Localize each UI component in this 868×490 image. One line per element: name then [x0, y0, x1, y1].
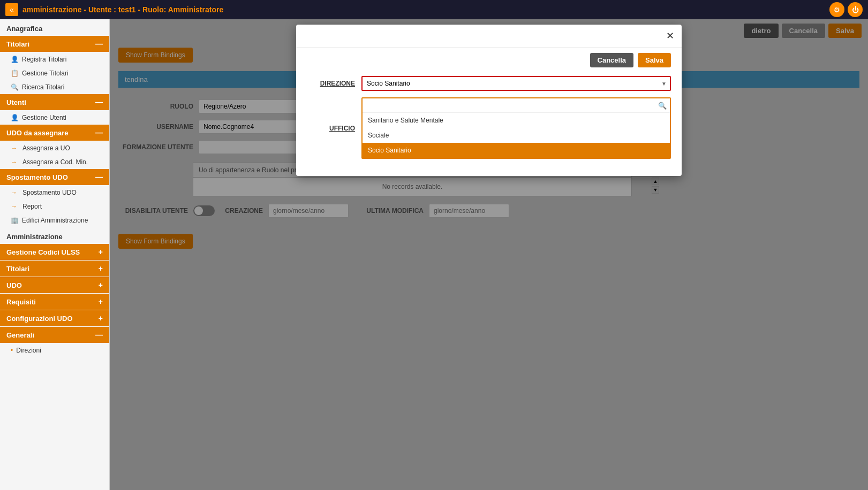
dropdown-search-row: 🔍 — [363, 98, 670, 113]
modal-save-button[interactable]: Salva — [638, 53, 671, 67]
arrow3-icon: → — [11, 189, 17, 196]
sidebar-group-codici[interactable]: Gestione Codici ULSS + — [0, 244, 109, 260]
sidebar-group-titolari[interactable]: Titolari — — [0, 36, 109, 52]
topbar: « amministrazione - Utente : test1 - Ruo… — [0, 0, 868, 19]
user2-icon: 👤 — [11, 114, 19, 121]
sidebar-group-spostamento[interactable]: Spostamento UDO — — [0, 169, 109, 185]
topbar-actions: ⚙ ⏻ — [829, 2, 863, 17]
user-icon: 👤 — [11, 56, 19, 63]
sidebar-item-registra-titolari[interactable]: 👤 Registra Titolari — [0, 52, 109, 66]
sidebar-group-requisiti[interactable]: Requisiti + — [0, 294, 109, 310]
modal-actions: Cancella Salva — [307, 53, 671, 67]
modal-header: ✕ — [296, 25, 682, 48]
modal-direzione-select[interactable]: Socio Sanitario — [361, 76, 671, 91]
amministrazione-section: Amministrazione — [0, 227, 109, 244]
arrow-icon: → — [11, 144, 17, 152]
dropdown-option-sociale[interactable]: Sociale — [363, 128, 670, 143]
sidebar-item-gestione-titolari[interactable]: 📋 Gestione Titolari — [0, 66, 109, 80]
building-icon: 🏢 — [11, 217, 19, 224]
dropdown-search-input[interactable] — [366, 101, 658, 110]
arrow4-icon: → — [11, 203, 17, 210]
modal-ufficio-row: UFFICIO 🔍 Sanitario e Salute Mentale Soc… — [307, 97, 671, 159]
sidebar-item-assegnare-uo[interactable]: → Assegnare a UO — [0, 141, 109, 155]
modal-dialog: ✕ Cancella Salva DIREZIONE Socio San — [296, 25, 682, 176]
dropdown-option-socio-sanitario[interactable]: Socio Sanitario — [363, 143, 670, 158]
sidebar-item-spostamento-udo[interactable]: → Spostamento UDO — [0, 186, 109, 200]
sidebar-group-generali[interactable]: Generali — — [0, 327, 109, 343]
modal-direzione-row: DIREZIONE Socio Sanitario — [307, 76, 671, 91]
sidebar-item-report[interactable]: → Report — [0, 200, 109, 213]
modal-ufficio-label: UFFICIO — [307, 125, 355, 132]
arrow2-icon: → — [11, 158, 17, 166]
app-title: amministrazione - Utente : test1 - Ruolo… — [22, 5, 223, 14]
modal-direzione-select-wrap: Socio Sanitario — [361, 76, 671, 91]
modal-body: Cancella Salva DIREZIONE Socio Sanitario — [296, 48, 682, 176]
titolari-collapse-icon: — — [95, 40, 103, 48]
sidebar-item-edifici[interactable]: 🏢 Edifici Amministrazione — [0, 213, 109, 227]
sidebar-item-ricerca-titolari[interactable]: 🔍 Ricerca Titolari — [0, 80, 109, 94]
sidebar-item-gestione-utenti[interactable]: 👤 Gestione Utenti — [0, 111, 109, 125]
dropdown-box: 🔍 Sanitario e Salute Mentale Sociale Soc… — [361, 97, 671, 159]
sidebar-group-utenti[interactable]: Utenti — — [0, 94, 109, 110]
sidebar: Anagrafica Titolari — 👤 Registra Titolar… — [0, 19, 110, 490]
sidebar-group-titolari2[interactable]: Titolari + — [0, 261, 109, 277]
sidebar-item-direzioni[interactable]: • Direzioni — [0, 343, 109, 357]
search-magnifier-icon: 🔍 — [658, 102, 667, 110]
modal-overlay: ✕ Cancella Salva DIREZIONE Socio San — [110, 19, 868, 490]
list-icon: 📋 — [11, 70, 19, 77]
sidebar-group-udo[interactable]: UDO + — [0, 277, 109, 293]
dropdown-option-sanitario[interactable]: Sanitario e Salute Mentale — [363, 113, 670, 128]
sidebar-group-udo-assegnare[interactable]: UDO da assegnare — — [0, 125, 109, 141]
sidebar-group-config-udo[interactable]: Configurazioni UDO + — [0, 310, 109, 326]
main-content: dietro Cancella Salva Show Form Bindings… — [110, 19, 868, 490]
modal-direzione-label: DIREZIONE — [307, 80, 355, 87]
bullet-icon: • — [11, 347, 13, 354]
settings-icon[interactable]: ⚙ — [829, 2, 844, 17]
modal-ufficio-dropdown: 🔍 Sanitario e Salute Mentale Sociale Soc… — [361, 97, 671, 159]
sidebar-item-assegnare-cod[interactable]: → Assegnare a Cod. Min. — [0, 155, 109, 169]
modal-cancel-button[interactable]: Cancella — [590, 53, 633, 67]
collapse-icon[interactable]: « — [5, 3, 18, 16]
anagrafica-section: Anagrafica — [0, 19, 109, 36]
modal-close-button[interactable]: ✕ — [666, 30, 674, 42]
power-icon[interactable]: ⏻ — [848, 2, 863, 17]
search-icon: 🔍 — [11, 83, 19, 91]
